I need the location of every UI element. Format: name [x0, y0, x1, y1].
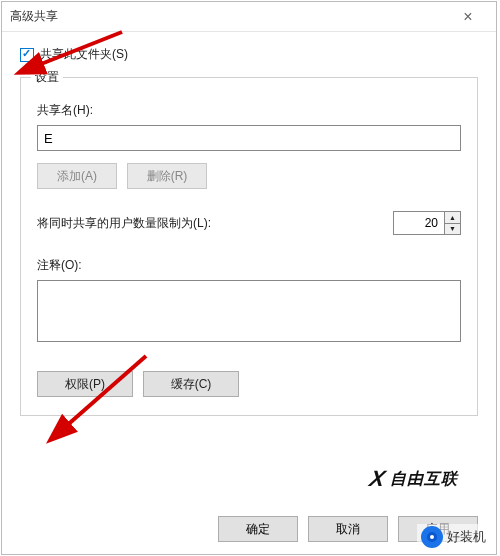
settings-group: 设置 共享名(H): 添加(A) 删除(R) 将同时共享的用户数量限制为(L):… [20, 77, 478, 416]
user-limit-input[interactable] [394, 212, 444, 234]
remove-button[interactable]: 删除(R) [127, 163, 207, 189]
x-logo-icon: X [368, 466, 389, 492]
watermark2-text: 好装机 [447, 528, 486, 546]
comments-label: 注释(O): [37, 257, 461, 274]
cache-button[interactable]: 缓存(C) [143, 371, 239, 397]
watermark-haozhuangji: 好装机 [417, 524, 490, 550]
share-folder-label: 共享此文件夹(S) [40, 46, 128, 63]
cancel-button[interactable]: 取消 [308, 516, 388, 542]
share-folder-row: 共享此文件夹(S) [20, 46, 478, 63]
user-limit-row: 将同时共享的用户数量限制为(L): ▲ ▼ [37, 211, 461, 235]
titlebar: 高级共享 × [2, 2, 496, 32]
camera-logo-icon [421, 526, 443, 548]
watermark-ziyouhulian: X 自由互联 [370, 466, 458, 492]
share-name-label: 共享名(H): [37, 102, 461, 119]
share-name-buttons: 添加(A) 删除(R) [37, 163, 461, 189]
window-title: 高级共享 [10, 8, 448, 25]
content-area: 共享此文件夹(S) 设置 共享名(H): 添加(A) 删除(R) 将同时共享的用… [2, 32, 496, 430]
close-icon[interactable]: × [448, 8, 488, 26]
spinner-down-icon[interactable]: ▼ [445, 224, 460, 235]
settings-legend: 设置 [31, 69, 63, 86]
add-button[interactable]: 添加(A) [37, 163, 117, 189]
share-name-input[interactable] [37, 125, 461, 151]
permissions-button[interactable]: 权限(P) [37, 371, 133, 397]
perm-cache-row: 权限(P) 缓存(C) [37, 371, 461, 397]
share-folder-checkbox[interactable] [20, 48, 34, 62]
spinner-arrows: ▲ ▼ [444, 212, 460, 234]
ok-button[interactable]: 确定 [218, 516, 298, 542]
watermark1-text: 自由互联 [390, 469, 458, 490]
user-limit-spinner[interactable]: ▲ ▼ [393, 211, 461, 235]
user-limit-label: 将同时共享的用户数量限制为(L): [37, 215, 211, 232]
comments-textarea[interactable] [37, 280, 461, 342]
spinner-up-icon[interactable]: ▲ [445, 212, 460, 224]
